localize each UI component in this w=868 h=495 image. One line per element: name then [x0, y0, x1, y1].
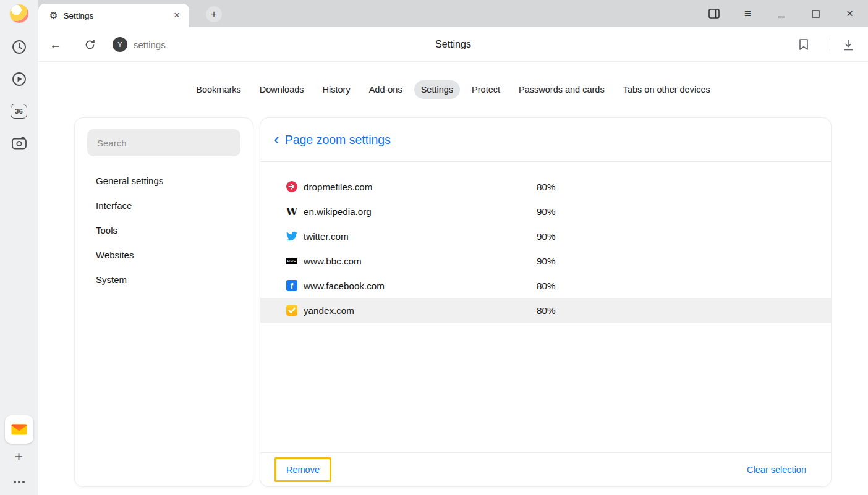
tab-counter-label: 36 [11, 104, 27, 119]
site-name: twitter.com [304, 231, 537, 242]
zoom-row-dropmefiles[interactable]: dropmefiles.com 80% [260, 174, 831, 199]
browser-tab-settings[interactable]: ⚙ Settings × [38, 4, 189, 27]
add-panel-button[interactable]: + [15, 450, 23, 464]
tab-title: Settings [63, 11, 166, 20]
profile-avatar[interactable] [9, 4, 29, 23]
settings-page: Bookmarks Downloads History Add-ons Sett… [38, 62, 868, 495]
site-favicon: Y [113, 37, 127, 52]
twitter-favicon [286, 231, 297, 242]
yandex-favicon [286, 305, 297, 316]
zoom-site-list: dropmefiles.com 80% W en.wikipedia.org 9… [260, 162, 831, 452]
new-tab-button[interactable]: + [206, 6, 222, 22]
tab-bookmarks[interactable]: Bookmarks [189, 80, 248, 99]
zoom-row-bbc[interactable]: BBC www.bbc.com 90% [260, 248, 831, 273]
tab-downloads[interactable]: Downloads [253, 80, 311, 99]
menu-item-system[interactable]: System [75, 268, 253, 292]
dropmefiles-favicon [286, 181, 297, 192]
gear-icon: ⚙ [49, 10, 57, 21]
zoom-row-twitter[interactable]: twitter.com 90% [260, 224, 831, 248]
reload-icon[interactable] [77, 32, 102, 57]
settings-sidebar: General settings Interface Tools Website… [74, 117, 253, 487]
tab-bar: ⚙ Settings × + ≡ × [38, 0, 868, 27]
minimize-icon[interactable] [765, 0, 799, 27]
side-panel-icon[interactable] [697, 0, 731, 27]
tab-settings[interactable]: Settings [414, 80, 460, 99]
remove-button[interactable]: Remove [286, 465, 320, 475]
menu-item-interface[interactable]: Interface [75, 193, 253, 218]
screenshot-icon[interactable] [10, 135, 28, 152]
left-rail: 36 + [0, 0, 38, 495]
menu-item-websites[interactable]: Websites [75, 243, 253, 268]
zoom-value: 90% [537, 206, 831, 217]
download-icon[interactable] [837, 33, 859, 56]
tab-other-devices[interactable]: Tabs on other devices [616, 80, 717, 99]
window-controls: ≡ × [697, 0, 868, 27]
window-close-icon[interactable]: × [833, 0, 867, 27]
more-icon[interactable] [13, 475, 25, 486]
tab-history[interactable]: History [316, 80, 357, 99]
remove-button-highlight: Remove [274, 457, 331, 482]
facebook-favicon: f [286, 280, 297, 291]
zoom-value: 80% [537, 305, 831, 316]
site-name: www.bbc.com [304, 256, 537, 266]
page-zoom-title: Page zoom settings [285, 133, 391, 147]
search-input[interactable] [97, 138, 231, 148]
zoom-value: 80% [537, 281, 831, 291]
page-zoom-header: ‹ Page zoom settings [260, 118, 831, 162]
tab-protect[interactable]: Protect [465, 80, 507, 99]
bookmark-icon[interactable] [793, 33, 815, 56]
wikipedia-favicon: W [286, 206, 297, 217]
tab-close-icon[interactable]: × [172, 9, 182, 22]
address-bar[interactable]: Y settings [113, 27, 166, 62]
browser-menu-icon[interactable]: ≡ [731, 0, 765, 27]
tab-passwords[interactable]: Passwords and cards [512, 80, 611, 99]
settings-nav-tabs: Bookmarks Downloads History Add-ons Sett… [38, 80, 868, 99]
clear-selection-button[interactable]: Clear selection [747, 465, 806, 475]
site-name: yandex.com [304, 305, 537, 316]
tab-counter-badge[interactable]: 36 [10, 103, 28, 120]
play-icon[interactable] [10, 70, 28, 88]
site-name: dropmefiles.com [304, 182, 537, 192]
menu-item-tools[interactable]: Tools [75, 218, 253, 243]
search-box [87, 129, 240, 156]
browser-toolbar: ← Y settings Settings [38, 27, 868, 62]
mail-icon[interactable] [5, 415, 33, 444]
tab-addons[interactable]: Add-ons [362, 80, 409, 99]
zoom-value: 90% [537, 256, 831, 266]
page-zoom-panel: ‹ Page zoom settings dropmefiles.com 80%… [260, 117, 832, 487]
zoom-row-wikipedia[interactable]: W en.wikipedia.org 90% [260, 199, 831, 224]
back-chevron-icon[interactable]: ‹ [274, 131, 279, 147]
zoom-value: 80% [537, 182, 831, 192]
settings-menu: General settings Interface Tools Website… [75, 169, 253, 292]
zoom-value: 90% [537, 231, 831, 242]
page-zoom-footer: Remove Clear selection [260, 452, 831, 486]
zoom-row-facebook[interactable]: f www.facebook.com 80% [260, 273, 831, 298]
toolbar-divider [828, 38, 828, 51]
maximize-icon[interactable] [799, 0, 833, 27]
site-name: en.wikipedia.org [304, 206, 537, 217]
bbc-favicon: BBC [286, 255, 297, 266]
menu-item-general[interactable]: General settings [75, 169, 253, 193]
site-name: www.facebook.com [304, 281, 537, 291]
back-icon[interactable]: ← [43, 32, 68, 57]
zoom-row-yandex[interactable]: yandex.com 80% [260, 298, 831, 323]
history-clock-icon[interactable] [10, 38, 28, 56]
url-text: settings [134, 40, 166, 50]
